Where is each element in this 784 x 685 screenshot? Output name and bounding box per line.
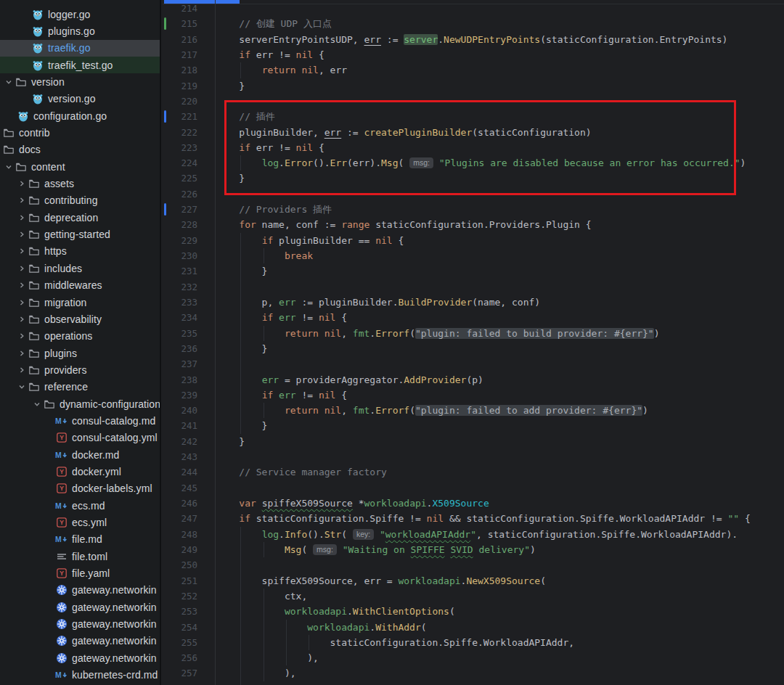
line-number[interactable]: 255	[163, 635, 215, 650]
code-line[interactable]: 232	[163, 279, 784, 295]
tree-item-getting-started[interactable]: getting-started	[0, 226, 161, 242]
tree-item-docker.yml[interactable]: Ydocker.yml	[0, 463, 161, 480]
chevron-collapsed-icon[interactable]	[16, 348, 28, 359]
line-number[interactable]: 224	[163, 155, 215, 171]
code-line[interactable]: 254 workloadapi.WithAddr(	[163, 620, 784, 635]
code-line[interactable]: 253 workloadapi.WithClientOptions(	[163, 604, 784, 619]
chevron-collapsed-icon[interactable]	[16, 263, 28, 274]
code-line[interactable]: 250	[163, 557, 784, 573]
code-line[interactable]: 229 if pluginBuilder == nil {	[163, 233, 784, 248]
tree-item-gateway.networkin[interactable]: gateway.networkin	[0, 615, 161, 632]
code-line[interactable]: 219 }	[163, 78, 784, 94]
code-line[interactable]: 226	[163, 186, 784, 202]
code-line[interactable]: 230 break	[163, 248, 784, 263]
code-area[interactable]: 214215 // 创建 UDP 入口点216 serverEntryPoint…	[163, 1, 784, 685]
tree-item-kubernetes-crd.md[interactable]: Mkubernetes-crd.md	[0, 666, 161, 683]
tree-item-ecs.yml[interactable]: Yecs.yml	[0, 514, 161, 530]
tree-item-gateway.networkin[interactable]: gateway.networkin	[0, 582, 161, 599]
code-line[interactable]: 214	[163, 1, 784, 16]
code-line[interactable]: 244 // Service manager factory	[163, 464, 784, 480]
code-line[interactable]: 249 Msg( msg: "Waiting on SPIFFE SVID de…	[163, 542, 784, 557]
tree-item-file.toml[interactable]: file.toml	[0, 548, 161, 565]
line-number[interactable]: 245	[163, 480, 215, 496]
line-number[interactable]: 235	[163, 326, 215, 341]
code-line[interactable]: 245	[163, 480, 784, 496]
tree-item-migration[interactable]: migration	[0, 294, 161, 311]
tree-item-consul-catalog.md[interactable]: Mconsul-catalog.md	[0, 412, 161, 429]
tree-item-docker.md[interactable]: Mdocker.md	[0, 446, 161, 463]
code-line[interactable]: 227 // Providers 插件	[163, 202, 784, 217]
tree-item-https[interactable]: https	[0, 243, 161, 260]
tree-item-reference[interactable]: reference	[0, 379, 161, 395]
code-line[interactable]: 234 if err != nil {	[163, 310, 784, 325]
tree-item-contributing[interactable]: contributing	[0, 192, 161, 209]
line-number[interactable]: 233	[163, 295, 215, 310]
line-number[interactable]: 249	[163, 542, 215, 557]
code-line[interactable]: 235 return nil, fmt.Errorf("plugin: fail…	[163, 326, 784, 341]
chevron-collapsed-icon[interactable]	[16, 297, 28, 308]
code-line[interactable]: 233 p, err := pluginBuilder.BuildProvide…	[163, 295, 784, 310]
tree-item-assets[interactable]: assets	[0, 175, 161, 192]
line-number[interactable]: 252	[163, 588, 215, 604]
line-number[interactable]: 214	[163, 1, 215, 16]
line-number[interactable]: 258	[163, 681, 215, 685]
line-number[interactable]: 239	[163, 387, 215, 403]
line-number[interactable]: 253	[163, 604, 215, 619]
line-number[interactable]: 230	[163, 248, 215, 263]
chevron-collapsed-icon[interactable]	[16, 313, 28, 325]
chevron-collapsed-icon[interactable]	[16, 229, 28, 240]
line-number[interactable]: 226	[163, 186, 215, 202]
tree-item-traefik.go[interactable]: traefik.go	[0, 40, 161, 57]
code-line[interactable]: 241 }	[163, 418, 784, 433]
tree-item-operations[interactable]: operations	[0, 328, 161, 345]
tree-item-configuration.go[interactable]: configuration.go	[0, 107, 161, 124]
chevron-collapsed-icon[interactable]	[16, 364, 28, 376]
tree-item-consul-catalog.yml[interactable]: Yconsul-catalog.yml	[0, 430, 161, 446]
tree-item-plugins[interactable]: plugins	[0, 345, 161, 361]
code-line[interactable]: 251 spiffeX509Source, err = workloadapi.…	[163, 573, 784, 588]
code-line[interactable]: 242 }	[163, 434, 784, 449]
chevron-collapsed-icon[interactable]	[16, 279, 28, 291]
code-line[interactable]: 240 return nil, fmt.Errorf("plugin: fail…	[163, 403, 784, 418]
tree-item-deprecation[interactable]: deprecation	[0, 209, 161, 226]
line-number[interactable]: 219	[163, 78, 215, 94]
line-number[interactable]: 228	[163, 217, 215, 232]
line-number[interactable]: 231	[163, 263, 215, 279]
code-line[interactable]: 252 ctx,	[163, 588, 784, 604]
tree-item-version[interactable]: version	[0, 73, 161, 90]
chevron-expanded-icon[interactable]	[31, 398, 43, 410]
code-line[interactable]: 243	[163, 449, 784, 464]
code-line[interactable]: 224 log.Error().Err(err).Msg( msg: "Plug…	[163, 155, 784, 171]
line-number[interactable]: 254	[163, 620, 215, 635]
code-line[interactable]: 256 ),	[163, 650, 784, 665]
line-number[interactable]: 221	[163, 109, 215, 124]
tree-item-traefik_test.go[interactable]: traefik_test.go	[0, 57, 161, 73]
line-number[interactable]: 220	[163, 94, 215, 109]
code-line[interactable]: 231 }	[163, 263, 784, 279]
code-line[interactable]: 217 if err != nil {	[163, 47, 784, 62]
tree-item-gateway.networkin[interactable]: gateway.networkin	[0, 633, 161, 649]
tree-item-ecs.md[interactable]: Mecs.md	[0, 497, 161, 514]
tree-item-version.go[interactable]: version.go	[0, 91, 161, 107]
chevron-collapsed-icon[interactable]	[16, 245, 28, 257]
code-line[interactable]: 218 return nil, err	[163, 62, 784, 78]
code-line[interactable]: 215 // 创建 UDP 入口点	[163, 16, 784, 31]
code-line[interactable]: 223 if err != nil {	[163, 140, 784, 155]
tree-item-observability[interactable]: observability	[0, 311, 161, 327]
line-number[interactable]: 246	[163, 496, 215, 511]
code-line[interactable]: 228 for name, conf := range staticConfig…	[163, 217, 784, 232]
chevron-expanded-icon[interactable]	[16, 381, 28, 393]
tree-item-plugins.go[interactable]: plugins.go	[0, 22, 161, 39]
chevron-collapsed-icon[interactable]	[16, 178, 28, 189]
code-line[interactable]: 247 if staticConfiguration.Spiffe != nil…	[163, 511, 784, 526]
line-number[interactable]: 236	[163, 341, 215, 356]
line-number[interactable]: 216	[163, 32, 215, 47]
line-number[interactable]: 242	[163, 434, 215, 449]
code-line[interactable]: 255 staticConfiguration.Spiffe.WorkloadA…	[163, 635, 784, 650]
tree-item-logger.go[interactable]: logger.go	[0, 6, 161, 22]
code-line[interactable]: 248 log.Info().Str( key: "workloadAPIAdd…	[163, 527, 784, 542]
chevron-expanded-icon[interactable]	[3, 76, 15, 88]
code-line[interactable]: 237	[163, 356, 784, 372]
line-number[interactable]: 237	[163, 356, 215, 372]
line-number[interactable]: 215	[163, 16, 215, 31]
